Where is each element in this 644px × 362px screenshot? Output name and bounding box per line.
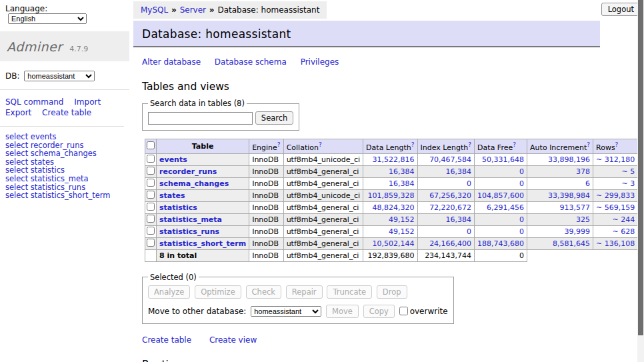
row-checkbox[interactable]: [147, 227, 155, 235]
auto-increment-link[interactable]: 8,581,645: [553, 239, 590, 248]
auto-increment-link[interactable]: 913,577: [560, 203, 591, 212]
data-length-link[interactable]: 16,384: [389, 167, 415, 176]
sidebar-create-table-link[interactable]: Create table: [42, 108, 91, 117]
sidebar-item-select-events[interactable]: select events: [5, 133, 124, 141]
db-select[interactable]: homeassistant: [24, 71, 95, 81]
sidebar-item-select-schema-changes[interactable]: select schema_changes: [5, 149, 124, 158]
rows-link[interactable]: ~ 569,159: [596, 203, 635, 212]
auto-increment-link[interactable]: 378: [576, 167, 590, 176]
row-checkbox[interactable]: [147, 215, 155, 223]
table-link[interactable]: statistics_short_term: [159, 239, 246, 248]
routines-heading: Routines: [142, 359, 637, 362]
collation-cell: utf8mb4_general_ci: [283, 213, 363, 225]
sidebar-import-link[interactable]: Import: [74, 97, 101, 107]
data-length-cell: 48,824,320: [363, 201, 417, 213]
alter-database-link[interactable]: Alter database: [142, 57, 201, 67]
row-checkbox[interactable]: [147, 155, 155, 163]
data-length-link[interactable]: 48,824,320: [373, 203, 415, 212]
index-length-link[interactable]: 0: [467, 179, 471, 188]
data-length-link[interactable]: 49,152: [389, 227, 415, 236]
index-length-link[interactable]: 72,220,672: [429, 203, 471, 212]
data-free-link[interactable]: 0: [519, 215, 524, 224]
table-link[interactable]: schema_changes: [159, 179, 229, 188]
language-select[interactable]: English: [8, 13, 87, 24]
rows-link[interactable]: ~ 3: [621, 179, 635, 188]
sidebar-item-select-statistics-meta[interactable]: select statistics_meta: [5, 175, 124, 183]
row-checkbox[interactable]: [147, 179, 155, 187]
sidebar-sql-command-link[interactable]: SQL command: [5, 97, 63, 107]
language-label: Language:: [5, 4, 47, 13]
total-name-cell: 8 in total: [157, 249, 249, 261]
create-table-link[interactable]: Create table: [142, 335, 191, 345]
data-length-link[interactable]: 101,859,328: [368, 191, 415, 200]
column-help-link[interactable]: ?: [513, 141, 516, 148]
breadcrumb-mysql-link[interactable]: MySQL: [141, 5, 168, 15]
data-length-link[interactable]: 49,152: [389, 215, 415, 224]
sidebar-item-select-statistics-short-term[interactable]: select statistics_short_term: [5, 191, 124, 200]
data-free-link[interactable]: 0: [519, 179, 524, 188]
select-all-checkbox[interactable]: [147, 141, 155, 149]
table-link[interactable]: recorder_runs: [159, 167, 217, 176]
column-help-link[interactable]: ?: [615, 141, 619, 148]
table-link[interactable]: statistics_meta: [159, 215, 222, 224]
rows-link[interactable]: ~ 299,833: [596, 191, 635, 200]
auto-increment-link[interactable]: 33,398,984: [548, 191, 590, 200]
row-checkbox[interactable]: [147, 191, 155, 199]
row-checkbox[interactable]: [147, 239, 155, 247]
breadcrumb-server-link[interactable]: Server: [180, 5, 206, 15]
index-length-link[interactable]: 16,384: [446, 167, 472, 176]
search-input[interactable]: [148, 112, 253, 125]
column-help-link[interactable]: ?: [319, 141, 322, 148]
data-free-link[interactable]: 0: [519, 227, 524, 236]
overwrite-checkbox[interactable]: [399, 307, 408, 315]
create-view-link[interactable]: Create view: [209, 335, 257, 345]
logout-button[interactable]: Logout: [601, 3, 641, 16]
data-length-link[interactable]: 16,384: [389, 179, 415, 188]
data-free-link[interactable]: 188,743,680: [477, 239, 524, 248]
index-length-link[interactable]: 24,166,400: [429, 239, 471, 248]
rows-link[interactable]: ~ 312,180: [596, 155, 635, 164]
data-length-link[interactable]: 31,522,816: [373, 155, 415, 164]
auto-increment-link[interactable]: 325: [576, 215, 590, 224]
search-button[interactable]: Search: [255, 111, 294, 125]
column-help-link[interactable]: ?: [468, 141, 471, 148]
table-link[interactable]: statistics_runs: [159, 227, 219, 236]
column-help-link[interactable]: ?: [277, 141, 281, 148]
engine-cell: InnoDB: [249, 153, 283, 165]
row-checkbox[interactable]: [147, 167, 155, 175]
index-length-link[interactable]: 70,467,584: [429, 155, 471, 164]
rows-link[interactable]: ~ 628: [612, 227, 635, 236]
move-database-select[interactable]: homeassistant: [251, 306, 321, 317]
page-title: Database: homeassistant: [133, 21, 600, 47]
check-button: Check: [246, 285, 281, 299]
app-version: 4.7.9: [69, 45, 88, 53]
data-free-link[interactable]: 104,857,600: [477, 191, 524, 200]
index-length-link[interactable]: 67,256,320: [429, 191, 471, 200]
rows-link[interactable]: ~ 136,108: [596, 239, 635, 248]
auto-increment-link[interactable]: 33,898,196: [548, 155, 590, 164]
auto-increment-link[interactable]: 6: [585, 179, 590, 188]
rows-link[interactable]: ~ 244: [612, 215, 635, 224]
drop-button: Drop: [377, 285, 407, 299]
data-free-link[interactable]: 0: [519, 167, 524, 176]
index-length-link[interactable]: 0: [467, 227, 471, 236]
data-free-link[interactable]: 50,331,648: [482, 155, 524, 164]
database-schema-link[interactable]: Database schema: [215, 57, 287, 67]
vertical-scrollbar[interactable]: [637, 0, 644, 362]
data-free-link[interactable]: 6,291,456: [487, 203, 524, 212]
tables-table: Table Engine? Collation? Data Length? In…: [145, 139, 644, 262]
privileges-link[interactable]: Privileges: [301, 57, 339, 67]
row-checkbox-cell: [145, 213, 157, 225]
scrollbar-thumb[interactable]: [638, 0, 643, 335]
column-help-link[interactable]: ?: [411, 141, 415, 148]
sidebar-export-link[interactable]: Export: [5, 108, 31, 117]
table-link[interactable]: statistics: [159, 203, 197, 212]
table-link[interactable]: events: [159, 155, 187, 164]
rows-link[interactable]: ~ 5: [621, 167, 635, 176]
data-length-link[interactable]: 10,502,144: [373, 239, 415, 248]
table-link[interactable]: states: [159, 191, 185, 200]
auto-increment-link[interactable]: 39,999: [565, 227, 591, 236]
row-checkbox[interactable]: [147, 203, 155, 211]
column-help-link[interactable]: ?: [587, 141, 590, 148]
index-length-link[interactable]: 16,384: [446, 215, 472, 224]
